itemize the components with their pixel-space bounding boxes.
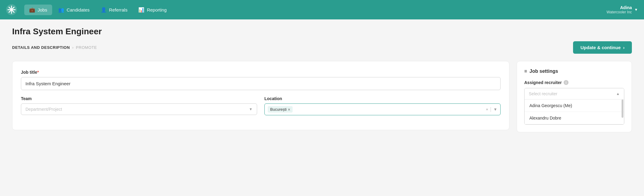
form-row-team-location: Team Department/Project ▼ Location Bucur…	[21, 96, 501, 121]
update-continue-arrow-icon: ›	[623, 45, 625, 50]
referrals-icon: 👤	[101, 7, 107, 13]
settings-sliders-icon: ≡	[524, 69, 527, 74]
logo[interactable]	[6, 4, 17, 15]
recruiter-select-header[interactable]: Select recruiter ▲	[525, 88, 624, 100]
navbar: 💼 Jobs 👥 Candidates 👤 Referrals 📊 Report…	[0, 0, 644, 19]
location-actions: × ▼	[486, 107, 497, 112]
nav-item-candidates[interactable]: 👥 Candidates	[53, 5, 95, 15]
recruiter-label-row: Assigned recruiter i	[524, 80, 624, 85]
job-title-required: *	[37, 70, 39, 75]
nav-items: 💼 Jobs 👥 Candidates 👤 Referrals 📊 Report…	[24, 5, 607, 15]
breadcrumb: DETAILS AND DESCRIPTION › PROMOTE	[12, 45, 97, 50]
recruiter-option-alex[interactable]: Alexandru Dobre	[525, 112, 624, 124]
team-label: Team	[21, 96, 257, 101]
page-title: Infra System Engineer	[12, 27, 632, 36]
breadcrumb-bar: DETAILS AND DESCRIPTION › PROMOTE Update…	[12, 41, 632, 54]
job-form-card: Job title* Team Department/Project ▼ Loc…	[12, 61, 509, 130]
breadcrumb-chevron-icon: ›	[72, 46, 73, 50]
team-select[interactable]: Department/Project ▼	[21, 103, 257, 115]
nav-item-referrals-label: Referrals	[109, 7, 128, 12]
jobs-icon: 💼	[29, 7, 35, 13]
candidates-icon: 👥	[58, 7, 64, 13]
job-title-group: Job title*	[21, 70, 501, 90]
user-company: Watercooler Inc	[607, 10, 632, 14]
location-group: Location București × × ▼	[264, 96, 501, 115]
recruiter-chevron-up-icon: ▲	[616, 92, 620, 96]
recruiter-option-adina[interactable]: Adina Georgescu (Me)	[525, 100, 624, 112]
team-placeholder: Department/Project	[25, 107, 249, 112]
recruiter-info-icon[interactable]: i	[564, 80, 569, 85]
job-title-label: Job title*	[21, 70, 501, 75]
location-tag-remove-icon[interactable]: ×	[288, 107, 290, 112]
nav-item-reporting[interactable]: 📊 Reporting	[133, 5, 171, 15]
settings-title: ≡ Job settings	[524, 69, 624, 74]
location-tag-bucuresti: București ×	[268, 106, 293, 113]
location-chevron-icon[interactable]: ▼	[493, 107, 497, 112]
nav-item-reporting-label: Reporting	[147, 7, 166, 12]
settings-panel: ≡ Job settings Assigned recruiter i Sele…	[517, 61, 632, 132]
job-title-input[interactable]	[21, 77, 501, 90]
nav-item-referrals[interactable]: 👤 Referrals	[96, 5, 132, 15]
recruiter-scrollbar-thumb	[622, 100, 623, 118]
location-clear-icon[interactable]: ×	[486, 107, 488, 112]
nav-item-jobs[interactable]: 💼 Jobs	[24, 5, 52, 15]
recruiter-scrollbar[interactable]	[622, 100, 623, 124]
recruiter-dropdown: Adina Georgescu (Me) Alexandru Dobre	[525, 100, 624, 124]
nav-item-candidates-label: Candidates	[67, 7, 90, 12]
update-continue-label: Update & continue	[580, 45, 621, 50]
update-continue-button[interactable]: Update & continue ›	[573, 41, 632, 54]
page-content: Infra System Engineer DETAILS AND DESCRI…	[0, 19, 644, 196]
user-chevron-icon: ▼	[634, 8, 638, 12]
location-divider	[491, 107, 491, 112]
user-menu[interactable]: Adina Watercooler Inc ▼	[607, 5, 638, 14]
user-info: Adina Watercooler Inc	[607, 5, 632, 14]
nav-item-jobs-label: Jobs	[38, 7, 47, 12]
location-label: Location	[264, 96, 501, 101]
recruiter-select-box: Select recruiter ▲ Adina Georgescu (Me) …	[524, 88, 624, 125]
recruiter-placeholder: Select recruiter	[529, 91, 616, 96]
reporting-icon: 📊	[138, 7, 144, 13]
location-tag-text: București	[270, 107, 287, 112]
team-group: Team Department/Project ▼	[21, 96, 257, 115]
user-name: Adina	[607, 5, 632, 10]
form-area: Job title* Team Department/Project ▼ Loc…	[12, 61, 632, 132]
team-chevron-icon: ▼	[249, 107, 253, 111]
breadcrumb-details[interactable]: DETAILS AND DESCRIPTION	[12, 45, 70, 50]
breadcrumb-promote[interactable]: PROMOTE	[76, 45, 97, 50]
location-select[interactable]: București × × ▼	[264, 103, 501, 115]
